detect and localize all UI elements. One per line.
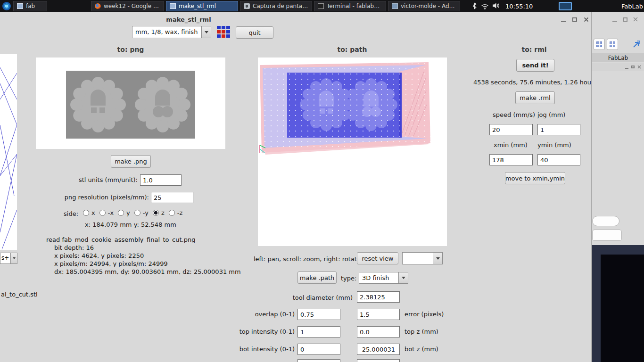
background-window-subbar: [592, 63, 644, 71]
taskbar: fab week12 - Google Dri... make_stl_rml …: [0, 0, 644, 12]
taskbar-item-label: Terminal - fablab@f...: [327, 3, 382, 9]
minimize-button[interactable]: [559, 15, 568, 24]
maximize-icon[interactable]: [631, 66, 635, 68]
taskbar-item-terminal[interactable]: Terminal - fablab@f...: [314, 1, 386, 11]
path-hint: left: pan, scroll: zoom, right: rotate: [254, 255, 361, 263]
side-option-label: x: [91, 209, 95, 216]
taskbar-item-label: make_stl_rml: [179, 3, 216, 9]
layout-button-2[interactable]: [607, 39, 618, 50]
side-radio-group: x -x y -y z -z: [83, 209, 182, 216]
expand-arrow-icon[interactable]: [631, 39, 642, 50]
background-pill-button-2[interactable]: [592, 230, 622, 241]
layout-button-1[interactable]: [594, 39, 605, 50]
volume-icon[interactable]: [492, 2, 500, 10]
png-canvas[interactable]: [36, 58, 225, 149]
type-dropdown[interactable]: 3D finish: [359, 272, 408, 284]
make-path-button[interactable]: make .path: [297, 272, 337, 284]
path-canvas[interactable]: [258, 58, 447, 246]
close-button[interactable]: [632, 16, 639, 23]
preset-dropdown[interactable]: mm, 1/8, wax, finish: [132, 26, 211, 38]
firefox-icon: [95, 3, 101, 9]
camera-icon: [244, 3, 250, 9]
display-icon[interactable]: [559, 2, 572, 10]
chevron-down-icon: [10, 253, 17, 264]
bot-z-input[interactable]: [357, 344, 400, 355]
side-radio-neg-x[interactable]: [99, 210, 106, 216]
app-menu-icon[interactable]: [2, 2, 11, 10]
path-cut-input-right[interactable]: [357, 359, 400, 362]
window-icon: [17, 3, 23, 9]
taskbar-item-label: fab: [26, 3, 35, 9]
png-column-header: to: png: [111, 46, 150, 53]
side-radio-z[interactable]: [153, 210, 159, 216]
xmin-label: xmin (mm): [494, 141, 528, 148]
xmin-input[interactable]: [489, 154, 533, 165]
speed-input[interactable]: [489, 124, 533, 135]
background-pill-button-1[interactable]: [592, 216, 619, 226]
side-radio-x[interactable]: [83, 210, 89, 216]
wifi-icon[interactable]: [481, 3, 489, 11]
reset-view-button[interactable]: reset view: [357, 252, 398, 264]
make-png-button[interactable]: make .png: [111, 155, 151, 168]
chevron-down-icon: [433, 252, 443, 264]
side-option-label: -z: [177, 209, 183, 216]
png-preview: [36, 58, 225, 149]
path-cut-input-left[interactable]: [297, 359, 340, 362]
png-resolution-input[interactable]: [151, 192, 193, 203]
clock[interactable]: 10:55:10: [505, 3, 533, 10]
overlap-input[interactable]: [297, 309, 340, 320]
terminal-icon: [318, 3, 324, 9]
cursor-coords: x: 184.079 mm y: 52.548 mm: [60, 221, 201, 228]
folder-icon: [392, 3, 398, 9]
send-it-button[interactable]: send it!: [516, 59, 554, 72]
minimize-button[interactable]: [611, 16, 619, 23]
fabmodules-logo-icon[interactable]: [217, 26, 230, 38]
top-z-label: top z (mm): [405, 328, 438, 335]
png-info-line: dx: 185.004395 mm, dy: 90.003601 mm, dz:…: [54, 268, 241, 275]
jog-label: jog (mm): [537, 111, 565, 118]
path-preview: [258, 58, 447, 246]
taskbar-item-screenshot[interactable]: Captura de pantalla...: [240, 1, 312, 11]
side-radio-y[interactable]: [118, 210, 124, 216]
minimize-icon[interactable]: [625, 66, 628, 69]
close-icon[interactable]: [637, 65, 641, 69]
bot-intensity-input[interactable]: [297, 344, 340, 355]
bluetooth-icon[interactable]: [472, 2, 477, 11]
move-to-xmin-ymin-button[interactable]: move to xmin,ymin: [505, 172, 565, 184]
close-button[interactable]: [582, 15, 590, 24]
maximize-button[interactable]: [621, 16, 629, 23]
taskbar-item-firefox[interactable]: week12 - Google Dri...: [91, 1, 164, 11]
top-intensity-input[interactable]: [297, 326, 340, 337]
make-stl-rml-window: make_stl_rml mm, 1/8, wax, finish quit t…: [17, 12, 592, 362]
png-info-line: x pixels/m: 24994, y pixels/m: 24999: [54, 260, 168, 267]
quit-button[interactable]: quit: [236, 26, 273, 39]
make-rml-button[interactable]: make .rml: [515, 91, 555, 104]
stl-units-label: stl units (mm/unit):: [45, 176, 138, 183]
error-input[interactable]: [357, 309, 400, 320]
bot-intensity-label: bot intensity (0-1): [206, 346, 295, 353]
png-info-line: read fab_mod_cookie_assembly_final_to_cu…: [46, 236, 195, 243]
tool-diameter-label: tool diameter (mm): [262, 294, 353, 301]
jog-input[interactable]: [537, 124, 580, 135]
side-label: side:: [64, 210, 78, 217]
terminal-window-fragment[interactable]: [592, 245, 644, 362]
maximize-button[interactable]: [570, 15, 579, 24]
stl-units-input[interactable]: [140, 174, 182, 186]
side-radio-neg-y[interactable]: [134, 210, 140, 216]
taskbar-item-make-stl-rml[interactable]: make_stl_rml: [166, 1, 238, 11]
taskbar-item-file-manager[interactable]: victor-molde - Admi...: [388, 1, 460, 11]
side-radio-neg-z[interactable]: [169, 210, 175, 216]
rml-column-header: to: rml: [515, 46, 553, 53]
background-window-fragment: FabLab: [592, 12, 644, 362]
ymin-input[interactable]: [537, 154, 580, 165]
grid-icon: [596, 41, 602, 47]
taskbar-item-fab[interactable]: fab: [13, 1, 47, 11]
top-z-input[interactable]: [357, 326, 400, 337]
tool-diameter-input[interactable]: [357, 291, 400, 303]
taskbar-item-label: Captura de pantalla...: [253, 3, 308, 9]
bot-z-label: bot z (mm): [405, 346, 438, 353]
view-dropdown[interactable]: [402, 252, 443, 264]
chevron-down-icon: [398, 272, 408, 284]
mesh-view-dropdown[interactable]: s+: [0, 253, 17, 264]
view-dropdown-value: [402, 252, 433, 264]
